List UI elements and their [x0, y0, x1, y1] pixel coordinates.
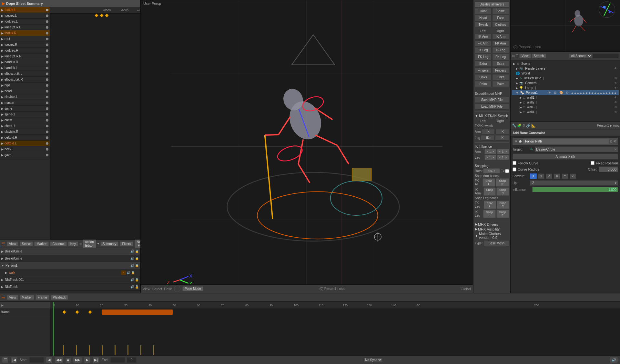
fk-leg-l-btn[interactable]: FK Leg — [475, 54, 492, 60]
arm-ik-btn[interactable]: IK — [481, 129, 495, 134]
ex-checkbox[interactable] — [505, 169, 509, 173]
target-clear-icon[interactable]: ✕ — [614, 148, 616, 151]
fingers-r-btn[interactable]: Fingers — [492, 67, 509, 74]
dope-item[interactable]: ▶ deltoid.R — [0, 135, 50, 141]
dope-item[interactable]: ▶ foot.ik.R — [0, 30, 50, 36]
constraint-copy-icon[interactable]: ⧉ — [610, 140, 612, 143]
fk-arm-snap-r[interactable]: Snap R — [496, 178, 509, 187]
disable-all-layers-btn[interactable]: Disable all layers — [475, 1, 509, 7]
tl-view-btn[interactable]: View — [7, 295, 18, 300]
fixed-position-check[interactable]: Fixed Position — [591, 161, 618, 165]
palm-l-btn[interactable]: Palm — [475, 81, 492, 87]
dope-item[interactable]: ▶ clavicle.R — [0, 129, 50, 135]
render-layers-item[interactable]: ▶ 📷 RenderLayers 👁 — [512, 66, 619, 71]
fk-arm-r-btn[interactable]: FK Arm — [492, 40, 509, 46]
fk-arm-l-btn[interactable]: FK Arm — [475, 40, 492, 46]
dope-item[interactable]: ▶ root — [0, 36, 50, 42]
tl-playback-btn[interactable]: Playback — [51, 295, 68, 300]
play-btn[interactable]: ▶▶ — [73, 357, 82, 363]
channel-btn[interactable]: Channel — [50, 241, 66, 246]
current-offset-input[interactable] — [127, 357, 137, 363]
dope-item[interactable]: ▶ toe.rev.R — [0, 42, 50, 48]
up-select[interactable]: Z ▼ — [530, 180, 618, 186]
dope-item[interactable]: ▶ elbow.pt.ik.R — [0, 77, 50, 83]
dope-item[interactable]: ▶ foot.rev.L — [0, 19, 50, 25]
prop-icon5[interactable]: 📐 — [531, 123, 536, 128]
arm-inf1-btn[interactable]: < 1. > — [484, 149, 496, 154]
arm-ik2-btn[interactable]: IK — [495, 129, 509, 134]
wall3-item[interactable]: ▶ □ wall3 | 👁 — [512, 105, 619, 110]
filters-btn[interactable]: Filters — [120, 241, 133, 246]
forward-x2-btn[interactable]: X — [554, 173, 560, 179]
prop-icon3[interactable]: ⚙ — [522, 123, 525, 128]
dope-item[interactable]: ▶ hand.ik.L — [0, 65, 50, 71]
ik-arm-r-btn[interactable]: IK Arm — [492, 34, 509, 40]
forward-y-btn[interactable]: Y — [538, 173, 545, 179]
key-btn[interactable]: Key — [68, 241, 78, 246]
links-r-btn[interactable]: Links — [492, 74, 509, 80]
pose-menu-btn[interactable]: Pose — [164, 287, 172, 291]
prev-frame-btn[interactable]: ◀ — [46, 357, 52, 363]
dope-item[interactable]: ▶ deltoid.L — [0, 141, 50, 146]
tl-track1[interactable]: frame — [0, 309, 50, 315]
marker-btn[interactable]: Marker — [34, 241, 49, 246]
target-input[interactable]: BezierCircle ✕ — [534, 146, 618, 152]
start-frame-input[interactable]: 1 — [29, 357, 44, 363]
curve-radius-check[interactable]: Curve Radius — [513, 167, 539, 172]
person1-item[interactable]: ▼ 🦴 Person1 👁 🖥 🎨 ⚙ ▲▲▲▲▲▲▲▲▲▲▲▲▲▲▲▲ — [512, 90, 619, 95]
constraint-expand-arrow[interactable]: ▼ — [514, 140, 518, 143]
scene-root-item[interactable]: ▶ ⊕ Scene — [512, 61, 619, 66]
jump-end-btn[interactable]: ▶| — [92, 357, 100, 363]
dope-item[interactable]: ▶ neck — [0, 146, 50, 152]
fk-leg-snap-l[interactable]: Snap L — [484, 201, 496, 209]
select-btn[interactable]: Select — [20, 241, 33, 246]
dope-item[interactable]: ▶ knee.pt.ik.L — [0, 25, 50, 30]
ik-leg-snap-r[interactable]: Snap R — [496, 210, 509, 218]
timeline-menu-icon[interactable]: ☰ — [1, 295, 5, 300]
leg-inf1-btn[interactable]: < 1. > — [484, 155, 496, 160]
root-btn[interactable]: Root — [475, 8, 492, 14]
offset-input[interactable]: 0.000 — [599, 166, 618, 172]
dope-item[interactable]: ▶ spine-1 — [0, 112, 50, 117]
ik-leg-snap-l[interactable]: Snap L — [483, 210, 495, 218]
view-scene-btn[interactable]: View — [519, 54, 531, 58]
constraint-close-icon[interactable]: ✕ — [614, 140, 616, 143]
global-btn[interactable]: Global — [461, 287, 471, 291]
audio-btn[interactable]: 🔊 — [610, 357, 618, 363]
leg-ik-btn[interactable]: IK — [481, 135, 495, 141]
spine-btn[interactable]: Spine — [492, 8, 509, 14]
next-frame-btn[interactable]: ▶ — [84, 357, 90, 363]
dope-item[interactable]: ▶ elbow.pt.ik.L — [0, 71, 50, 77]
mhx-fkik-expand[interactable]: ▼ MHX FK/IK Switch — [475, 114, 509, 118]
extra-r-btn[interactable]: Extra — [492, 61, 509, 67]
dope-item[interactable]: ▶ knee.pt.ik.R — [0, 54, 50, 59]
bezier-circle-item[interactable]: ▶ ∿ BezierCircle | 👁 — [512, 76, 619, 81]
load-mhp-btn[interactable]: Load MHP File — [475, 103, 509, 110]
tl-frame-btn[interactable]: Frame — [36, 295, 49, 300]
wall2-item[interactable]: ▶ □ wall2 | 👁 — [512, 100, 619, 105]
dope-item[interactable]: ▶ foot.rev.R — [0, 48, 50, 54]
extra-l-btn[interactable]: Extra — [475, 61, 492, 67]
prop-icon1[interactable]: 🔧 — [512, 123, 516, 128]
tl-marker-btn[interactable]: Marker — [20, 295, 34, 300]
scene-search-input[interactable] — [593, 54, 619, 58]
play-reverse-btn[interactable]: ◀◀ — [54, 357, 63, 363]
arm-inf2-btn[interactable]: < 1. > — [497, 149, 509, 154]
view-btn[interactable]: View — [7, 241, 18, 246]
forward-z2-btn[interactable]: Z — [570, 173, 576, 179]
fk-leg-snap-r[interactable]: Snap R — [497, 201, 509, 209]
fk-arm-snap-l[interactable]: Snap L — [483, 178, 495, 187]
head-btn[interactable]: Head — [475, 15, 492, 21]
dope-item[interactable]: ▶ head — [0, 88, 50, 94]
rotat-btn[interactable]: < 0. > — [483, 168, 500, 173]
pose-mode-btn[interactable]: Pose Mode — [182, 286, 203, 291]
base-mesh-btn[interactable]: Base Mesh — [484, 240, 509, 246]
dope-item[interactable]: ▶ toe.rev.L — [0, 13, 50, 19]
palm-r-btn[interactable]: Palm — [492, 81, 509, 87]
ik-leg-l-btn[interactable]: IK Leg — [475, 47, 492, 53]
ik-leg-r-btn[interactable]: IK Leg — [492, 47, 509, 53]
leg-ik2-btn[interactable]: IK — [495, 135, 509, 141]
animate-path-btn[interactable]: Animate Path — [513, 153, 618, 160]
lamp-item[interactable]: ▶ 💡 Lamp | 👁 — [512, 85, 619, 90]
all-scenes-select[interactable]: All Scenes — [569, 53, 592, 59]
